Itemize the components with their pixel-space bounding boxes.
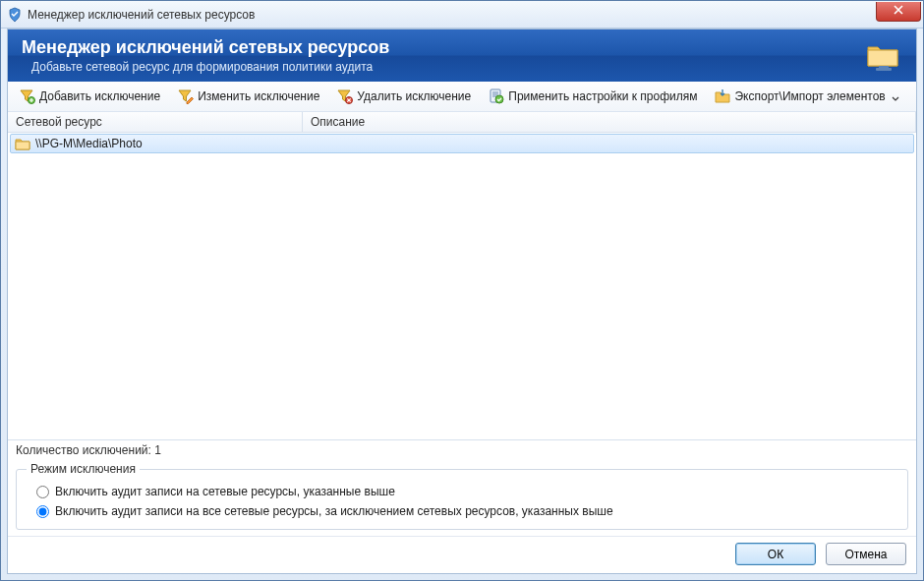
close-button[interactable]: [876, 2, 921, 22]
svg-rect-0: [879, 66, 889, 68]
edit-exclusion-button[interactable]: Изменить исключение: [170, 85, 327, 108]
app-shield-icon: [7, 7, 23, 23]
apply-profiles-label: Применить настройки к профилям: [508, 89, 697, 103]
mode-include-radio[interactable]: [36, 486, 49, 498]
page-title: Менеджер исключений сетевых ресурсов: [22, 37, 865, 58]
svg-rect-1: [876, 68, 892, 71]
column-description[interactable]: Описание: [303, 112, 916, 132]
apply-profiles-button[interactable]: Применить настройки к профилям: [481, 85, 705, 108]
mode-exclude-row[interactable]: Включить аудит записи на все сетевые рес…: [27, 501, 897, 521]
dialog-button-bar: ОК Отмена: [8, 536, 916, 573]
column-resource[interactable]: Сетевой ресурс: [8, 112, 303, 132]
page-subtitle: Добавьте сетевой ресурс для формирования…: [22, 60, 865, 74]
export-import-button[interactable]: Экспорт\Импорт элементов: [707, 85, 906, 108]
funnel-delete-icon: [337, 88, 353, 104]
chevron-down-icon: [892, 92, 899, 100]
list-item[interactable]: \\PG-M\Media\Photo: [10, 134, 914, 153]
funnel-add-icon: [20, 88, 35, 104]
header-bar: Менеджер исключений сетевых ресурсов Доб…: [8, 29, 916, 82]
add-exclusion-button[interactable]: Добавить исключение: [12, 85, 168, 108]
titlebar: Менеджер исключений сетевых ресурсов: [1, 1, 923, 29]
list-item-resource: \\PG-M\Media\Photo: [35, 137, 143, 150]
exclusion-list[interactable]: \\PG-M\Media\Photo: [8, 133, 916, 440]
cancel-button[interactable]: Отмена: [826, 543, 906, 565]
edit-exclusion-label: Изменить исключение: [198, 89, 319, 103]
close-icon: [894, 4, 903, 18]
delete-exclusion-label: Удалить исключение: [357, 89, 471, 103]
count-value: 1: [154, 443, 161, 457]
exclusion-mode-group: Режим исключения Включить аудит записи н…: [16, 462, 908, 530]
folder-arrow-icon: [715, 88, 730, 104]
mode-exclude-label[interactable]: Включить аудит записи на все сетевые рес…: [55, 504, 613, 518]
count-prefix: Количество исключений:: [16, 443, 154, 457]
funnel-edit-icon: [178, 88, 194, 104]
add-exclusion-label: Добавить исключение: [39, 89, 160, 103]
mode-include-row[interactable]: Включить аудит записи на сетевые ресурсы…: [27, 482, 897, 501]
exclusion-mode-legend: Режим исключения: [27, 462, 140, 476]
document-check-icon: [489, 88, 504, 104]
folder-share-icon: [15, 136, 30, 151]
mode-include-label[interactable]: Включить аудит записи на сетевые ресурсы…: [55, 485, 395, 498]
toolbar: Добавить исключение Изменить исключение …: [8, 82, 916, 112]
svg-point-5: [495, 95, 503, 103]
column-headers: Сетевой ресурс Описание: [8, 112, 916, 133]
mode-exclude-radio[interactable]: [36, 505, 49, 518]
delete-exclusion-button[interactable]: Удалить исключение: [329, 85, 479, 108]
exclusion-count: Количество исключений: 1: [8, 440, 916, 460]
ok-button[interactable]: ОК: [735, 543, 816, 565]
window-frame: Менеджер исключений сетевых ресурсов Мен…: [0, 0, 924, 581]
window-title: Менеджер исключений сетевых ресурсов: [28, 8, 255, 22]
content-panel: Менеджер исключений сетевых ресурсов Доб…: [7, 29, 917, 574]
export-import-label: Экспорт\Импорт элементов: [734, 89, 885, 103]
folder-network-icon: [865, 39, 902, 73]
